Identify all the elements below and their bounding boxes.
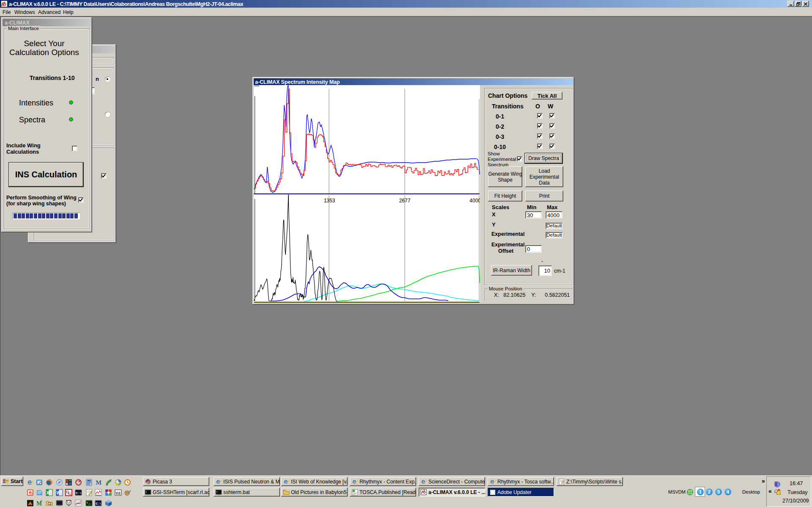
svg-text:4000: 4000 [469, 198, 480, 204]
svg-text:e: e [352, 478, 356, 485]
svg-text:e: e [490, 478, 494, 485]
svg-text:e: e [421, 478, 425, 485]
svg-text:M: M [36, 500, 42, 507]
svg-text:X: X [47, 490, 49, 495]
svg-text:e: e [284, 478, 288, 485]
svg-text:2677: 2677 [399, 198, 411, 204]
svg-text:1353: 1353 [324, 198, 335, 204]
svg-text:e: e [27, 479, 32, 486]
svg-text:C:\: C:\ [96, 502, 102, 505]
svg-text:M: M [96, 479, 102, 486]
svg-text:V2: V2 [115, 491, 121, 495]
svg-text:e: e [216, 478, 220, 485]
svg-text:G: G [68, 491, 71, 496]
svg-text:C:\: C:\ [76, 491, 82, 495]
